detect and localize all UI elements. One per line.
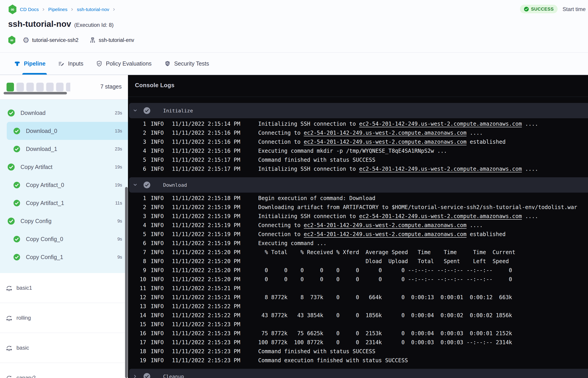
log-line: 6INFO11/11/2022 2:15:17 PMInitializing S… — [128, 164, 588, 174]
console-logs-panel: Console Logs Initialize1INFO11/11/2022 2… — [128, 75, 588, 378]
stage-duration: 9s — [117, 255, 122, 260]
chevron-right-icon — [112, 8, 116, 11]
log-message: Initializing SSH connection to ec2-54-20… — [258, 213, 538, 219]
log-line-number: 9 — [140, 267, 146, 273]
rolling-deploy-icon — [6, 284, 13, 292]
log-level: INFO — [151, 130, 164, 136]
log-level: INFO — [151, 121, 164, 127]
stage-progress-segments — [7, 83, 70, 92]
stage-row-copy-artifact[interactable]: Copy Artifact19s — [7, 158, 128, 176]
stage-duration: 23s — [115, 110, 122, 116]
log-line-number: 11 — [140, 285, 146, 292]
log-timestamp: 11/11/2022 2:15:23 PM — [172, 330, 241, 337]
environment-name[interactable]: ssh-tutorial-env — [99, 37, 134, 43]
tab-label: Pipeline — [24, 60, 45, 67]
log-line-number: 10 — [140, 276, 146, 283]
log-timestamp: 11/11/2022 2:15:23 PM — [172, 339, 241, 346]
log-message: Connection to ec2-54-201-142-249.us-west… — [258, 231, 506, 237]
rolling-deploy-icon — [6, 374, 13, 378]
log-message: Command finished with status SUCCESS — [258, 157, 375, 163]
log-line-number: 6 — [140, 240, 146, 246]
rolling-deploy-icon — [6, 344, 13, 351]
stage-progress-scrollbar[interactable] — [4, 92, 67, 94]
chevron-right-icon — [70, 8, 74, 11]
log-line: 9INFO11/11/2022 2:15:20 PM 0 0 0 0 0 0 0… — [128, 266, 588, 275]
log-section-header-download[interactable]: Download — [129, 177, 588, 193]
stage-row-copy-artifact-1[interactable]: Copy Artifact_111s — [7, 194, 128, 212]
log-line: 2INFO11/11/2022 2:15:19 PMDownloading ar… — [128, 203, 588, 212]
stage-row-copy-config-0[interactable]: Copy Config_09s — [7, 230, 128, 248]
log-level: INFO — [151, 312, 164, 319]
service-name[interactable]: tutorial-service-ssh2 — [32, 37, 78, 43]
stage-row-copy-artifact-0[interactable]: Copy Artifact_019s — [7, 176, 128, 194]
stage-row-download[interactable]: Download23s — [7, 104, 128, 122]
tab-inputs[interactable]: Inputs — [58, 53, 83, 75]
log-line: 8INFO11/11/2022 2:15:20 PM Dload Upload … — [128, 257, 588, 266]
tab-pipeline[interactable]: Pipeline — [14, 53, 45, 75]
log-section-header-initialize[interactable]: Initialize — [129, 103, 588, 118]
pipeline-row-canary2[interactable]: canary2 — [0, 363, 128, 378]
log-level: INFO — [151, 321, 164, 327]
tab-label: Inputs — [68, 60, 83, 67]
tab-label: Policy Evaluations — [106, 60, 152, 67]
harness-cd-logo-icon: ∞ — [8, 4, 17, 14]
sidebar-scrollbar[interactable] — [125, 187, 128, 378]
log-level: INFO — [151, 222, 164, 229]
stage-row-download-1[interactable]: Download_123s — [7, 140, 128, 158]
log-timestamp: 11/11/2022 2:15:23 PM — [172, 348, 241, 355]
gear-icon: ⚙ — [23, 36, 29, 44]
console-logs-title: Console Logs — [135, 82, 174, 89]
stage-duration: 23s — [115, 147, 122, 152]
log-line: 12INFO11/11/2022 2:15:21 PM 8 8772k 8 73… — [128, 293, 588, 302]
active-tab-underline — [22, 73, 47, 75]
pipeline-row-basic[interactable]: basic — [0, 333, 128, 363]
pipeline-label: basic1 — [16, 285, 32, 291]
log-message: Downloading artifact from ARTIFACTORY to… — [258, 204, 577, 210]
stage-row-copy-config-1[interactable]: Copy Config_19s — [7, 248, 128, 266]
stage-row-download-0[interactable]: Download_013s — [7, 122, 128, 140]
chevron-down-icon[interactable] — [133, 108, 138, 113]
stage-list: Download23sDownload_013sDownload_123sCop… — [0, 100, 128, 273]
log-message: 43 8772k 43 3854k 0 0 1856k 0 0:00:04 0:… — [258, 312, 512, 319]
log-line: 4INFO11/11/2022 2:15:19 PMConnecting to … — [128, 221, 588, 230]
tab-security-tests[interactable]: Security Tests — [164, 53, 209, 75]
stage-label: Copy Config_0 — [26, 236, 63, 243]
log-message: Connecting to ec2-54-201-142-249.us-west… — [258, 222, 483, 229]
stage-row-copy-config[interactable]: Copy Config9s — [7, 212, 128, 230]
log-message: Dload Upload Total Spent Left Speed — [258, 258, 509, 264]
pipeline-row-rolling[interactable]: rolling — [0, 303, 128, 333]
log-line: 14INFO11/11/2022 2:15:22 PM 43 8772k 43 … — [128, 311, 588, 320]
log-line-number: 1 — [140, 121, 146, 127]
status-badge-label: SUCCESS — [531, 7, 554, 12]
breadcrumb-link-cd-docs[interactable]: CD Docs — [20, 7, 39, 12]
log-line: 3INFO11/11/2022 2:15:19 PMInitializing S… — [128, 212, 588, 221]
host-link: ec2-54-201-142-249.us-west-2.compute.ama… — [359, 121, 522, 127]
breadcrumb-link-pipeline-name[interactable]: ssh-tutorial-nov — [77, 7, 109, 12]
log-timestamp: 11/11/2022 2:15:16 PM — [172, 130, 241, 136]
status-check-icon — [144, 373, 150, 378]
log-line-number: 8 — [140, 258, 146, 264]
log-timestamp: 11/11/2022 2:15:19 PM — [172, 213, 241, 219]
breadcrumb-link-pipelines[interactable]: Pipelines — [48, 7, 67, 12]
inputs-icon — [58, 60, 65, 67]
pipeline-row-basic1[interactable]: basic1 — [0, 273, 128, 303]
tab-policy-evaluations[interactable]: Policy Evaluations — [96, 53, 152, 75]
chevron-right-icon[interactable] — [133, 374, 138, 378]
log-level: INFO — [151, 330, 164, 337]
log-level: INFO — [151, 348, 164, 355]
stages-count-label: 7 stages — [100, 83, 122, 90]
success-check-icon — [13, 128, 20, 134]
chevron-right-icon — [42, 8, 45, 11]
log-message: Connection to ec2-54-201-142-249.us-west… — [258, 139, 506, 145]
start-time-column-header[interactable]: Start time — [562, 6, 586, 12]
host-link: ec2-54-201-142-249.us-west-2.compute.ama… — [359, 166, 522, 172]
log-line-number: 7 — [140, 249, 146, 256]
log-line: 10INFO11/11/2022 2:15:20 PM 0 0 0 0 0 0 … — [128, 275, 588, 284]
success-check-icon — [8, 163, 15, 171]
log-line-number: 16 — [140, 330, 146, 337]
page-title: ssh-tutorial-nov — [8, 19, 71, 29]
log-line: 18INFO11/11/2022 2:15:23 PMCommand finis… — [128, 347, 588, 356]
chevron-down-icon[interactable] — [133, 182, 138, 188]
log-message: Begin execution of command: Download — [258, 195, 375, 201]
log-section-header-cleanup[interactable]: Cleanup — [129, 369, 588, 378]
